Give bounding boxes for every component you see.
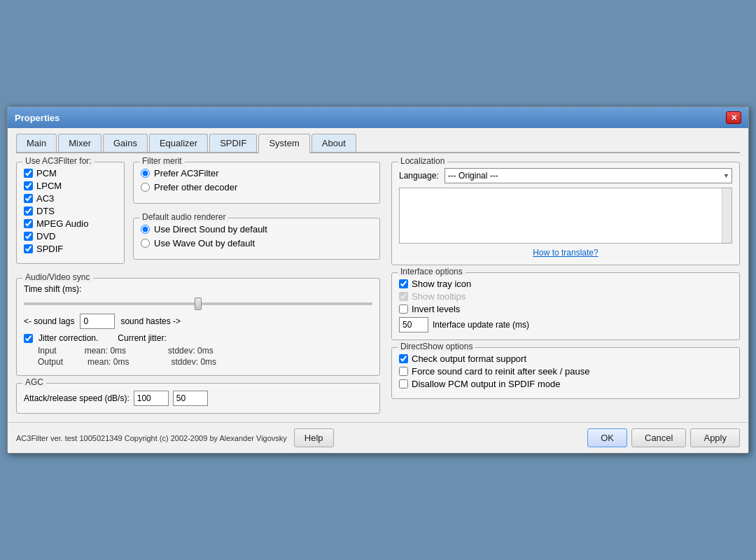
dvd-label: DVD [36, 231, 55, 241]
output-mean: mean: 0ms [88, 357, 129, 367]
jitter-correction-checkbox[interactable] [24, 334, 33, 343]
update-rate-input[interactable] [399, 317, 428, 332]
force-reinit-checkbox[interactable] [399, 367, 408, 376]
tab-equalizer[interactable]: Equalizer [149, 134, 208, 152]
output-label: Output [38, 357, 63, 367]
check-output-row: Check output format support [399, 354, 732, 364]
localization-group: Localization Language: --- Original --- … [391, 162, 740, 265]
mpeg-audio-row: MPEG Audio [24, 218, 117, 229]
check-output-checkbox[interactable] [399, 354, 408, 363]
jitter-stats: Input mean: 0ms stddev: 0ms Output mean:… [38, 346, 372, 367]
apply-button[interactable]: Apply [690, 428, 740, 447]
prefer-other-decoder-radio[interactable] [141, 183, 150, 192]
show-tray-icon-checkbox[interactable] [399, 279, 408, 288]
spdif-row: SPDIF [24, 244, 117, 254]
attack-input[interactable] [134, 391, 169, 406]
ac3-checkbox[interactable] [24, 194, 33, 203]
input-mean: mean: 0ms [85, 346, 126, 356]
interface-options-group: Interface options Show tray icon Show to… [391, 272, 740, 340]
avsync-label: Audio/Video sync [22, 272, 93, 282]
pcm-checkbox[interactable] [24, 169, 33, 178]
properties-window: Properties ✕ Main Mixer Gains Equalizer … [7, 106, 749, 454]
pcm-label: PCM [36, 168, 57, 178]
titlebar: Properties ✕ [8, 107, 748, 128]
use-ac3filter-label: Use AC3Filter for: [22, 156, 94, 166]
language-list-box [399, 188, 732, 244]
release-input[interactable] [173, 391, 208, 406]
tab-mixer[interactable]: Mixer [58, 134, 102, 152]
jitter-row: Jitter correction. Current jitter: [24, 333, 372, 343]
tab-system[interactable]: System [258, 134, 309, 153]
language-label: Language: [399, 171, 439, 181]
interface-options-label: Interface options [398, 267, 465, 276]
tab-main[interactable]: Main [16, 134, 57, 152]
show-tooltips-checkbox[interactable] [399, 292, 408, 301]
sound-value-input[interactable] [80, 314, 115, 329]
dvd-checkbox[interactable] [24, 232, 33, 241]
tab-spdif[interactable]: SPDIF [209, 134, 257, 152]
output-stddev: stddev: 0ms [171, 357, 216, 367]
default-audio-renderer-group: Default audio renderer Use Direct Sound … [133, 218, 380, 260]
footer-bar: AC3Filter ver. test 1005021349 Copyright… [8, 422, 748, 453]
input-label: Input [38, 346, 57, 356]
force-reinit-row: Force sound card to reinit after seek / … [399, 366, 732, 377]
help-button[interactable]: Help [294, 428, 334, 447]
sound-lags-label: <- sound lags [24, 316, 74, 326]
list-scrollbar[interactable] [722, 188, 732, 243]
pcm-row: PCM [24, 168, 117, 178]
prefer-ac3filter-radio[interactable] [141, 169, 150, 178]
show-tray-icon-label: Show tray icon [412, 279, 471, 289]
prefer-ac3filter-label: Prefer AC3Filter [154, 168, 218, 178]
mpeg-audio-label: MPEG Audio [36, 218, 88, 229]
dts-checkbox[interactable] [24, 206, 33, 216]
prefer-ac3filter-row: Prefer AC3Filter [141, 168, 372, 178]
disallow-pcm-checkbox[interactable] [399, 379, 408, 388]
ac3-label: AC3 [36, 193, 54, 204]
agc-row: Attack/release speed (dB/s): [24, 391, 372, 406]
how-to-translate-link[interactable]: How to translate? [399, 248, 732, 258]
ok-button[interactable]: OK [587, 428, 627, 447]
language-select[interactable]: --- Original --- [444, 168, 732, 183]
invert-levels-row: Invert levels [399, 304, 732, 314]
lpcm-label: LPCM [36, 181, 62, 191]
update-rate-label: Interface update rate (ms) [433, 320, 529, 330]
attack-release-label: Attack/release speed (dB/s): [24, 393, 130, 403]
invert-levels-checkbox[interactable] [399, 304, 408, 314]
footer-left: AC3Filter ver. test 1005021349 Copyright… [16, 428, 334, 447]
cancel-button[interactable]: Cancel [631, 428, 686, 447]
tab-gains[interactable]: Gains [103, 134, 148, 152]
avsync-group: Audio/Video sync Time shift (ms): <- sou… [16, 278, 380, 376]
directshow-options-label: DirectShow options [398, 342, 475, 351]
filter-merit-group: Filter merit Prefer AC3Filter Prefer oth… [133, 162, 380, 204]
directshow-options-group: DirectShow options Check output format s… [391, 347, 740, 399]
jitter-correction-label: Jitter correction. [38, 333, 98, 343]
right-of-ac3filter: Filter merit Prefer AC3Filter Prefer oth… [133, 162, 380, 271]
localization-label: Localization [398, 156, 447, 166]
force-reinit-label: Force sound card to reinit after seek / … [412, 366, 589, 377]
input-stddev: stddev: 0ms [168, 346, 214, 356]
disallow-pcm-label: Disallow PCM output in SPDIF mode [412, 379, 560, 389]
input-jitter-row: Input mean: 0ms stddev: 0ms [38, 346, 372, 356]
use-wave-out-label: Use Wave Out by default [154, 238, 255, 248]
agc-label: AGC [22, 377, 46, 387]
use-direct-sound-radio[interactable] [141, 225, 150, 234]
dts-label: DTS [36, 206, 55, 216]
show-tooltips-label: Show tooltips [412, 291, 465, 302]
dialog-content: Main Mixer Gains Equalizer SPDIF System … [8, 128, 748, 422]
sound-hastes-label: sound hastes -> [120, 316, 181, 326]
right-column: Localization Language: --- Original --- … [391, 162, 740, 414]
check-output-label: Check output format support [412, 354, 526, 364]
ac3-row: AC3 [24, 193, 117, 204]
window-title: Properties [15, 113, 59, 123]
spdif-checkbox[interactable] [24, 244, 33, 253]
lpcm-checkbox[interactable] [24, 181, 33, 190]
version-text: AC3Filter ver. test 1005021349 Copyright… [16, 434, 287, 442]
mpeg-audio-checkbox[interactable] [24, 219, 33, 228]
tab-about[interactable]: About [312, 134, 356, 152]
use-wave-out-radio[interactable] [141, 239, 150, 248]
dvd-row: DVD [24, 231, 117, 241]
prefer-other-decoder-row: Prefer other decoder [141, 182, 372, 192]
close-button[interactable]: ✕ [726, 111, 741, 124]
filter-merit-label: Filter merit [139, 156, 185, 166]
show-tooltips-row: Show tooltips [399, 291, 732, 302]
